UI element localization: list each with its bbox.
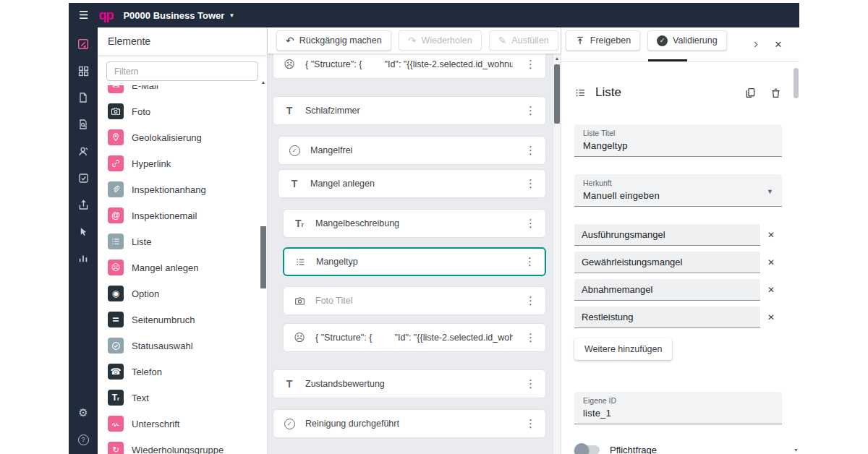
- card-reinigung[interactable]: ✓ Reinigung durchgeführt ⋮: [273, 409, 546, 438]
- element-item-text[interactable]: Tr Text: [98, 385, 267, 411]
- scrollbar-thumb[interactable]: [554, 64, 560, 124]
- option-input[interactable]: [574, 224, 760, 246]
- publish-button[interactable]: Freigeben: [566, 30, 640, 51]
- element-item-geolokalisierung[interactable]: Geolokalisierung: [98, 124, 267, 150]
- custom-id-input[interactable]: [583, 408, 773, 419]
- kebab-menu-icon[interactable]: ⋮: [522, 331, 540, 344]
- element-item-liste[interactable]: Liste: [98, 228, 267, 254]
- kebab-menu-icon[interactable]: ⋮: [522, 177, 540, 190]
- element-item-inspektionemail[interactable]: @ Inspektionemail: [98, 202, 267, 228]
- kebab-menu-icon[interactable]: ⋮: [522, 294, 540, 307]
- spacer: [574, 360, 782, 392]
- sad-face-icon: ☹: [108, 260, 124, 275]
- scroll-down-icon[interactable]: ▼: [793, 447, 799, 453]
- element-item-telefon[interactable]: ☎ Telefon: [98, 359, 267, 385]
- list-icon: [293, 257, 307, 267]
- field-label: Liste Titel: [583, 129, 773, 137]
- scroll-up-icon[interactable]: ▲: [260, 80, 267, 85]
- canvas-toolbar: ↶ Rückgängig machen ↷ Wiederholen ✎ Ausf…: [268, 27, 561, 53]
- camera-icon: [292, 296, 307, 307]
- required-toggle[interactable]: [576, 445, 600, 454]
- chevron-right-icon[interactable]: [744, 40, 766, 49]
- card-label: Zustandsbewertung: [305, 379, 513, 389]
- source-value[interactable]: [583, 190, 773, 201]
- nav-rail: ⚙ ?: [69, 27, 98, 454]
- remove-option-icon[interactable]: ✕: [760, 257, 782, 267]
- close-icon[interactable]: ✕: [766, 39, 791, 50]
- publish-icon: [575, 35, 585, 46]
- card-foto-titel[interactable]: Foto Titel ⋮: [283, 286, 546, 315]
- element-item-mangel-anlegen[interactable]: ☹ Mangel anlegen: [98, 254, 267, 280]
- custom-id-field[interactable]: Eigene ID: [574, 392, 782, 424]
- remove-option-icon[interactable]: ✕: [760, 285, 782, 295]
- at-sign-icon: @: [108, 207, 124, 223]
- undo-button[interactable]: ↶ Rückgängig machen: [276, 30, 391, 51]
- card-mangelbeschreibung[interactable]: Tr Mangelbeschreibung ⋮: [283, 209, 546, 238]
- pen-icon: ✎: [498, 35, 507, 46]
- hamburger-menu-icon[interactable]: ☰: [79, 9, 88, 22]
- form-canvas: ↶ Rückgängig machen ↷ Wiederholen ✎ Ausf…: [268, 27, 561, 454]
- radio-icon: ◉: [108, 286, 124, 301]
- card-mangel-anlegen[interactable]: T Mangel anlegen ⋮: [278, 169, 546, 198]
- inspector-scrollbar[interactable]: ▼: [793, 62, 799, 454]
- document-search-icon[interactable]: [76, 117, 90, 132]
- kebab-menu-icon[interactable]: ⋮: [522, 104, 540, 117]
- source-select[interactable]: Herkunft ▼: [574, 174, 782, 207]
- elements-scrollbar[interactable]: ▲: [260, 78, 267, 454]
- element-item-statusauswahl[interactable]: Statusauswahl: [98, 333, 267, 359]
- kebab-menu-icon[interactable]: ⋮: [522, 58, 540, 71]
- card-structure-2[interactable]: ☹ { "Structure": { "Id": "{{liste-2.sele…: [283, 323, 546, 352]
- export-icon[interactable]: [76, 197, 90, 212]
- element-item-seitenumbruch[interactable]: Seitenumbruch: [98, 307, 267, 333]
- card-mangelfrei[interactable]: ✓ Mangelfrei ⋮: [278, 136, 546, 165]
- card-schlafzimmer[interactable]: T Schlafzimmer ⋮: [273, 96, 546, 125]
- scroll-up-icon[interactable]: ▲: [553, 56, 561, 61]
- title-icon: T: [287, 178, 302, 189]
- option-input[interactable]: [574, 252, 760, 273]
- scrollbar-thumb[interactable]: [793, 68, 799, 98]
- element-item-inspektionanhang[interactable]: Inspektionanhang: [98, 176, 267, 202]
- sad-face-icon: ☹: [282, 58, 297, 71]
- filter-input[interactable]: [106, 61, 258, 81]
- card-structure-1[interactable]: ☹ { "Structure": { "Id": "{{liste-2.sele…: [273, 53, 546, 79]
- page-break-icon: [108, 312, 124, 327]
- card-zustandsbewertung[interactable]: T Zustandsbewertung ⋮: [273, 369, 546, 398]
- inspection-check-icon[interactable]: [76, 171, 90, 185]
- card-mangeltyp-selected[interactable]: Mangeltyp ⋮: [283, 247, 546, 276]
- element-item-option[interactable]: ◉ Option: [98, 280, 267, 307]
- documents-icon[interactable]: [76, 90, 90, 105]
- project-switcher[interactable]: P0000 Business Tower ▼: [123, 10, 234, 21]
- form-elements-icon[interactable]: [76, 37, 90, 51]
- remove-option-icon[interactable]: ✕: [760, 230, 782, 240]
- redo-button: ↷ Wiederholen: [399, 30, 482, 51]
- signature-icon: [108, 416, 124, 432]
- settings-gear-icon[interactable]: ⚙: [76, 406, 90, 420]
- delete-icon[interactable]: [770, 87, 782, 99]
- option-input[interactable]: [574, 279, 760, 301]
- people-icon[interactable]: [76, 144, 90, 158]
- kebab-menu-icon[interactable]: ⋮: [522, 217, 540, 230]
- reports-chart-icon[interactable]: [76, 251, 90, 265]
- kebab-menu-icon[interactable]: ⋮: [522, 417, 540, 430]
- kebab-menu-icon[interactable]: ⋮: [522, 144, 540, 157]
- copy-icon[interactable]: [744, 87, 757, 99]
- kebab-menu-icon[interactable]: ⋮: [522, 377, 540, 390]
- validation-button[interactable]: ✓ Validierung: [647, 30, 727, 51]
- add-more-button[interactable]: Weitere hinzufügen: [574, 338, 672, 360]
- element-item-hyperlink[interactable]: Hyperlink: [98, 150, 267, 176]
- card-label: Foto Titel: [315, 296, 513, 306]
- dashboard-icon[interactable]: [76, 64, 90, 78]
- element-item-foto[interactable]: Foto: [98, 98, 267, 124]
- option-input[interactable]: [574, 307, 760, 328]
- kebab-menu-icon[interactable]: ⋮: [521, 255, 539, 268]
- list-title-field[interactable]: Liste Titel: [574, 124, 782, 157]
- remove-option-icon[interactable]: ✕: [760, 312, 782, 322]
- canvas-scrollbar[interactable]: ▲: [553, 53, 561, 454]
- list-title-input[interactable]: [583, 140, 773, 151]
- element-item-wiederholungsgruppe[interactable]: ↻ Wiederholungsgruppe: [98, 437, 267, 454]
- element-item-email[interactable]: ✉ E-Mail: [98, 85, 267, 98]
- scrollbar-thumb[interactable]: [260, 226, 266, 288]
- pointer-icon[interactable]: [76, 224, 90, 239]
- element-item-unterschrift[interactable]: Unterschrift: [98, 411, 267, 437]
- help-icon[interactable]: ?: [76, 432, 90, 447]
